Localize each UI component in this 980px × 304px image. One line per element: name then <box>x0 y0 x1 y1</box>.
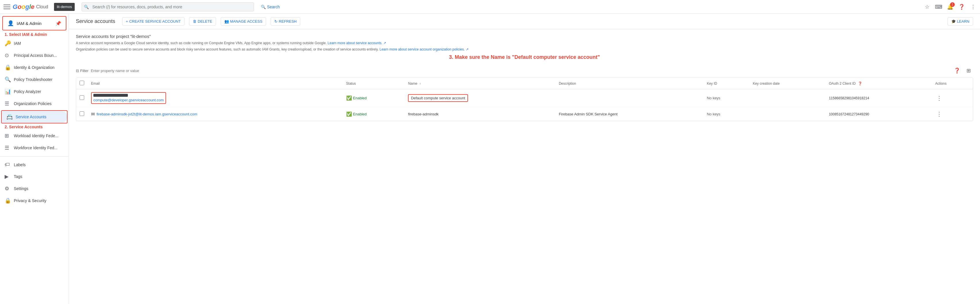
table-row: compute@developer.gserviceaccount.com ✅ … <box>76 89 973 107</box>
row1-status: ✅ Enabled <box>346 95 401 101</box>
row2-actions-button[interactable]: ⋮ <box>935 110 943 118</box>
table: Email Status Name ↑ Description Key ID K… <box>76 78 973 121</box>
delete-button[interactable]: 🗑 DELETE <box>189 17 216 25</box>
row1-description-cell <box>555 89 703 107</box>
workload-label: Workload Identity Fede... <box>14 133 58 138</box>
select-all-checkbox[interactable] <box>80 81 84 85</box>
column-density-icon[interactable]: ⊞ <box>964 66 973 75</box>
sidebar-item-workforce-identity[interactable]: ☰ Workforce Identity Fed... <box>0 142 68 154</box>
troubleshooter-icon: 🔍 <box>5 76 11 83</box>
content-toolbar: Service accounts + CREATE SERVICE ACCOUN… <box>69 14 980 29</box>
iam-label: IAM <box>14 41 21 46</box>
email-icon: ✉ <box>91 111 95 117</box>
page-content: Service accounts for project "lit-demos"… <box>69 29 980 126</box>
filter-funnel-icon: ⊟ <box>76 69 79 73</box>
row1-name-cell: Default compute service account <box>404 89 555 107</box>
row2-oauth-cell: 100851672481273449290 <box>826 107 932 121</box>
google-cloud-logo: Google Cloud <box>13 3 48 11</box>
row1-oauth-cell: 115866582981045918214 <box>826 89 932 107</box>
workload-icon: ⊞ <box>5 133 11 139</box>
menu-icon[interactable] <box>3 3 10 10</box>
row1-actions-cell: ⋮ <box>932 89 973 107</box>
delete-icon: 🗑 <box>193 19 197 24</box>
bookmark-icon[interactable]: ☆ <box>924 3 931 10</box>
labels-label: Labels <box>14 163 25 167</box>
help-icon[interactable]: ❓ <box>958 3 965 10</box>
main-layout: 👤 IAM & Admin 📌 1. Select IAM & Admin 🔑 … <box>0 14 980 304</box>
sidebar-item-iam[interactable]: 🔑 IAM <box>0 37 68 49</box>
row2-key-creation-date-cell <box>749 107 826 121</box>
more-options-icon[interactable]: ⋮ <box>970 3 977 10</box>
learn-more-org-policies-link[interactable]: Learn more about service account organiz… <box>380 48 469 51</box>
topbar: Google Cloud lit-demos 🔍 🔍 Search ☆ ⌨ 🔔 … <box>0 0 980 14</box>
analyzer-icon: 📊 <box>5 89 11 95</box>
sidebar-item-principal-access[interactable]: ⊙ Principal Access Boun... <box>0 49 68 62</box>
sidebar-header-title: IAM & Admin <box>17 21 42 26</box>
sidebar-item-labels[interactable]: 🏷 Labels <box>0 159 68 171</box>
service-accounts-label: Service Accounts <box>16 114 46 119</box>
row1-key-id-cell: No keys <box>703 89 749 107</box>
row2-status-cell: ✅ Enabled <box>343 107 405 121</box>
filter-icon: ⊟ Filter <box>76 69 89 73</box>
row2-email-link[interactable]: firebase-adminsdk-jvt2t@lit-demos.iam.gs… <box>97 112 197 116</box>
sidebar-item-service-accounts[interactable]: 📇 Service Accounts <box>2 111 67 123</box>
sidebar-header-iam[interactable]: 👤 IAM & Admin 📌 <box>2 16 66 30</box>
row1-name-box: Default compute service account <box>408 94 468 102</box>
sidebar-item-policy-analyzer[interactable]: 📊 Policy Analyzer <box>0 86 68 98</box>
filter-input[interactable] <box>91 66 950 75</box>
filter-actions: ❓ ⊞ <box>953 66 973 75</box>
learn-more-accounts-link[interactable]: Learn more about service accounts. ↗ <box>328 41 386 45</box>
row2-checkbox-cell <box>76 107 88 121</box>
privacy-icon: 🔒 <box>5 198 11 204</box>
manage-icon: 👥 <box>224 19 229 24</box>
row1-key-creation-date-cell <box>749 89 826 107</box>
sidebar-divider <box>0 156 68 157</box>
notification-icon[interactable]: 🔔 1 <box>947 3 954 10</box>
sidebar-item-settings[interactable]: ⚙ Settings <box>0 182 68 195</box>
refresh-button[interactable]: ↻ REFRESH <box>270 17 300 25</box>
row1-status-cell: ✅ Enabled <box>343 89 405 107</box>
select-all-checkbox-cell <box>76 78 88 89</box>
row1-checkbox[interactable] <box>80 95 84 100</box>
service-accounts-table: Email Status Name ↑ Description Key ID K… <box>76 78 973 121</box>
row1-email-link[interactable]: compute@developer.gserviceaccount.com <box>93 98 164 102</box>
row1-email-redacted <box>93 94 128 97</box>
graduation-icon: 🎓 <box>951 19 956 24</box>
page-title: Service accounts <box>76 18 115 24</box>
tags-label: Tags <box>14 174 22 179</box>
workforce-label: Workforce Identity Fed... <box>14 146 57 150</box>
row2-checkbox[interactable] <box>80 111 84 116</box>
terminal-icon[interactable]: ⌨ <box>935 3 942 10</box>
settings-icon: ⚙ <box>5 185 11 192</box>
pin-icon[interactable]: 📌 <box>56 21 61 26</box>
create-service-account-button[interactable]: + CREATE SERVICE ACCOUNT <box>122 17 185 25</box>
row1-actions-button[interactable]: ⋮ <box>935 94 943 102</box>
project-badge[interactable]: lit-demos <box>54 3 75 11</box>
row1-email-cell: compute@developer.gserviceaccount.com <box>88 89 343 107</box>
org-policies-label: Organization Policies <box>14 101 52 106</box>
help-circle-icon[interactable]: ❓ <box>953 66 962 75</box>
analyzer-label: Policy Analyzer <box>14 89 41 94</box>
learn-button[interactable]: 🎓 LEARN <box>948 17 973 25</box>
row1-checkbox-cell <box>76 89 88 107</box>
search-button[interactable]: 🔍 Search <box>261 5 280 9</box>
manage-access-button[interactable]: 👥 MANAGE ACCESS <box>221 17 266 25</box>
row2-description-cell: Firebase Admin SDK Service Agent <box>555 107 703 121</box>
sidebar-item-policy-troubleshooter[interactable]: 🔍 Policy Troubleshooter <box>0 73 68 86</box>
search-input[interactable] <box>81 2 254 11</box>
col-description: Description <box>555 78 703 89</box>
col-key-id: Key ID <box>703 78 749 89</box>
sidebar-item-org-policies[interactable]: ☰ Organization Policies <box>0 98 68 110</box>
table-row: ✉ firebase-adminsdk-jvt2t@lit-demos.iam.… <box>76 107 973 121</box>
sidebar-item-identity-org[interactable]: 🔒 Identity & Organization <box>0 62 68 73</box>
col-key-creation-date: Key creation date <box>749 78 826 89</box>
sidebar-item-privacy-security[interactable]: 🔒 Privacy & Security <box>0 195 68 207</box>
sidebar-item-tags[interactable]: ▶ Tags <box>0 171 68 182</box>
oauth-help-icon[interactable]: ❓ <box>858 82 862 86</box>
filter-bar: ⊟ Filter ❓ ⊞ <box>76 64 973 78</box>
iam-icon: 🔑 <box>5 40 11 46</box>
col-name[interactable]: Name ↑ <box>404 78 555 89</box>
step1-annotation: 1. Select IAM & Admin <box>0 32 68 37</box>
sidebar-item-workload-identity[interactable]: ⊞ Workload Identity Fede... <box>0 130 68 142</box>
sidebar: 👤 IAM & Admin 📌 1. Select IAM & Admin 🔑 … <box>0 14 69 304</box>
